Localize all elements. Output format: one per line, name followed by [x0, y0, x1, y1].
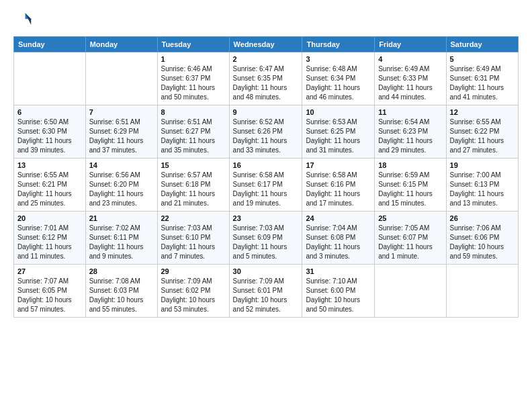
calendar-cell: 7Sunrise: 6:51 AM Sunset: 6:29 PM Daylig… [85, 105, 157, 158]
day-info: Sunrise: 6:55 AM Sunset: 6:22 PM Dayligh… [450, 118, 515, 155]
day-info: Sunrise: 7:08 AM Sunset: 6:03 PM Dayligh… [89, 277, 154, 314]
header [13, 11, 519, 30]
day-number: 26 [450, 214, 515, 222]
day-number: 20 [17, 214, 82, 222]
calendar-cell: 27Sunrise: 7:07 AM Sunset: 6:05 PM Dayli… [14, 265, 86, 318]
day-info: Sunrise: 6:49 AM Sunset: 6:33 PM Dayligh… [378, 64, 442, 102]
calendar-cell: 9Sunrise: 6:52 AM Sunset: 6:26 PM Daylig… [229, 105, 302, 158]
calendar-cell: 28Sunrise: 7:08 AM Sunset: 6:03 PM Dayli… [85, 265, 157, 318]
calendar-cell [446, 265, 518, 318]
day-info: Sunrise: 6:53 AM Sunset: 6:25 PM Dayligh… [306, 118, 371, 155]
day-number: 18 [378, 161, 442, 169]
day-number: 7 [89, 108, 154, 116]
calendar-cell: 12Sunrise: 6:55 AM Sunset: 6:22 PM Dayli… [446, 105, 518, 158]
calendar-week-row: 27Sunrise: 7:07 AM Sunset: 6:05 PM Dayli… [14, 265, 519, 318]
weekday-header: Sunday [14, 37, 86, 52]
day-number: 24 [306, 214, 371, 222]
day-info: Sunrise: 6:51 AM Sunset: 6:27 PM Dayligh… [161, 118, 226, 155]
weekday-header: Thursday [302, 37, 375, 52]
calendar-cell [85, 52, 157, 105]
calendar-cell: 24Sunrise: 7:04 AM Sunset: 6:08 PM Dayli… [302, 212, 375, 265]
day-info: Sunrise: 7:03 AM Sunset: 6:10 PM Dayligh… [161, 224, 226, 261]
day-info: Sunrise: 7:05 AM Sunset: 6:07 PM Dayligh… [378, 224, 442, 261]
day-number: 3 [306, 55, 371, 63]
day-info: Sunrise: 6:52 AM Sunset: 6:26 PM Dayligh… [233, 118, 299, 155]
day-number: 27 [17, 267, 82, 275]
day-number: 25 [378, 214, 442, 222]
calendar-cell: 23Sunrise: 7:03 AM Sunset: 6:09 PM Dayli… [229, 212, 302, 265]
calendar-cell: 16Sunrise: 6:58 AM Sunset: 6:17 PM Dayli… [229, 158, 302, 212]
day-info: Sunrise: 6:54 AM Sunset: 6:23 PM Dayligh… [378, 118, 442, 155]
day-number: 13 [17, 161, 82, 169]
day-info: Sunrise: 7:06 AM Sunset: 6:06 PM Dayligh… [450, 224, 515, 261]
day-info: Sunrise: 7:03 AM Sunset: 6:09 PM Dayligh… [233, 224, 299, 261]
calendar-cell: 18Sunrise: 6:59 AM Sunset: 6:15 PM Dayli… [375, 158, 446, 212]
weekday-header: Friday [375, 37, 446, 52]
day-info: Sunrise: 6:55 AM Sunset: 6:21 PM Dayligh… [17, 171, 82, 208]
day-info: Sunrise: 7:00 AM Sunset: 6:13 PM Dayligh… [450, 171, 515, 208]
day-number: 17 [306, 161, 371, 169]
weekday-header: Monday [85, 37, 157, 52]
weekday-header: Saturday [446, 37, 518, 52]
calendar-cell: 17Sunrise: 6:58 AM Sunset: 6:16 PM Dayli… [302, 158, 375, 212]
calendar-cell: 20Sunrise: 7:01 AM Sunset: 6:12 PM Dayli… [14, 212, 86, 265]
calendar-cell [14, 52, 86, 105]
day-number: 12 [450, 108, 515, 116]
calendar-cell: 26Sunrise: 7:06 AM Sunset: 6:06 PM Dayli… [446, 212, 518, 265]
calendar-cell: 10Sunrise: 6:53 AM Sunset: 6:25 PM Dayli… [302, 105, 375, 158]
calendar-cell: 11Sunrise: 6:54 AM Sunset: 6:23 PM Dayli… [375, 105, 446, 158]
day-info: Sunrise: 6:47 AM Sunset: 6:35 PM Dayligh… [233, 64, 299, 102]
calendar-cell: 25Sunrise: 7:05 AM Sunset: 6:07 PM Dayli… [375, 212, 446, 265]
day-number: 14 [89, 161, 154, 169]
calendar-cell: 31Sunrise: 7:10 AM Sunset: 6:00 PM Dayli… [302, 265, 375, 318]
calendar: SundayMondayTuesdayWednesdayThursdayFrid… [13, 36, 519, 318]
day-info: Sunrise: 6:50 AM Sunset: 6:30 PM Dayligh… [17, 118, 82, 155]
day-info: Sunrise: 7:04 AM Sunset: 6:08 PM Dayligh… [306, 224, 371, 261]
calendar-cell: 14Sunrise: 6:56 AM Sunset: 6:20 PM Dayli… [85, 158, 157, 212]
calendar-week-row: 20Sunrise: 7:01 AM Sunset: 6:12 PM Dayli… [14, 212, 519, 265]
calendar-cell: 30Sunrise: 7:09 AM Sunset: 6:01 PM Dayli… [229, 265, 302, 318]
day-number: 6 [17, 108, 82, 116]
day-number: 21 [89, 214, 154, 222]
day-info: Sunrise: 6:51 AM Sunset: 6:29 PM Dayligh… [89, 118, 154, 155]
calendar-cell: 3Sunrise: 6:48 AM Sunset: 6:34 PM Daylig… [302, 52, 375, 105]
calendar-week-row: 13Sunrise: 6:55 AM Sunset: 6:21 PM Dayli… [14, 158, 519, 212]
calendar-cell: 1Sunrise: 6:46 AM Sunset: 6:37 PM Daylig… [157, 52, 229, 105]
day-info: Sunrise: 6:59 AM Sunset: 6:15 PM Dayligh… [378, 171, 442, 208]
day-number: 15 [161, 161, 226, 169]
logo [13, 11, 35, 30]
day-number: 30 [233, 267, 299, 275]
day-number: 23 [233, 214, 299, 222]
day-info: Sunrise: 6:49 AM Sunset: 6:31 PM Dayligh… [450, 64, 515, 102]
day-info: Sunrise: 6:57 AM Sunset: 6:18 PM Dayligh… [161, 171, 226, 208]
calendar-header-row: SundayMondayTuesdayWednesdayThursdayFrid… [14, 37, 519, 52]
day-number: 19 [450, 161, 515, 169]
calendar-cell [375, 265, 446, 318]
day-number: 2 [233, 55, 299, 63]
calendar-cell: 13Sunrise: 6:55 AM Sunset: 6:21 PM Dayli… [14, 158, 86, 212]
logo-icon [13, 11, 32, 30]
calendar-cell: 4Sunrise: 6:49 AM Sunset: 6:33 PM Daylig… [375, 52, 446, 105]
calendar-cell: 22Sunrise: 7:03 AM Sunset: 6:10 PM Dayli… [157, 212, 229, 265]
day-info: Sunrise: 7:09 AM Sunset: 6:01 PM Dayligh… [233, 277, 299, 314]
day-number: 5 [450, 55, 515, 63]
calendar-cell: 5Sunrise: 6:49 AM Sunset: 6:31 PM Daylig… [446, 52, 518, 105]
calendar-cell: 19Sunrise: 7:00 AM Sunset: 6:13 PM Dayli… [446, 158, 518, 212]
calendar-week-row: 6Sunrise: 6:50 AM Sunset: 6:30 PM Daylig… [14, 105, 519, 158]
day-info: Sunrise: 6:58 AM Sunset: 6:16 PM Dayligh… [306, 171, 371, 208]
day-info: Sunrise: 6:48 AM Sunset: 6:34 PM Dayligh… [306, 64, 371, 102]
calendar-cell: 2Sunrise: 6:47 AM Sunset: 6:35 PM Daylig… [229, 52, 302, 105]
calendar-cell: 6Sunrise: 6:50 AM Sunset: 6:30 PM Daylig… [14, 105, 86, 158]
weekday-header: Tuesday [157, 37, 229, 52]
day-info: Sunrise: 7:07 AM Sunset: 6:05 PM Dayligh… [17, 277, 82, 314]
day-info: Sunrise: 6:46 AM Sunset: 6:37 PM Dayligh… [161, 64, 226, 102]
day-info: Sunrise: 6:58 AM Sunset: 6:17 PM Dayligh… [233, 171, 299, 208]
calendar-cell: 29Sunrise: 7:09 AM Sunset: 6:02 PM Dayli… [157, 265, 229, 318]
weekday-header: Wednesday [229, 37, 302, 52]
calendar-cell: 15Sunrise: 6:57 AM Sunset: 6:18 PM Dayli… [157, 158, 229, 212]
day-number: 16 [233, 161, 299, 169]
calendar-week-row: 1Sunrise: 6:46 AM Sunset: 6:37 PM Daylig… [14, 52, 519, 105]
day-number: 29 [161, 267, 226, 275]
day-info: Sunrise: 7:09 AM Sunset: 6:02 PM Dayligh… [161, 277, 226, 314]
day-info: Sunrise: 7:10 AM Sunset: 6:00 PM Dayligh… [306, 277, 371, 314]
